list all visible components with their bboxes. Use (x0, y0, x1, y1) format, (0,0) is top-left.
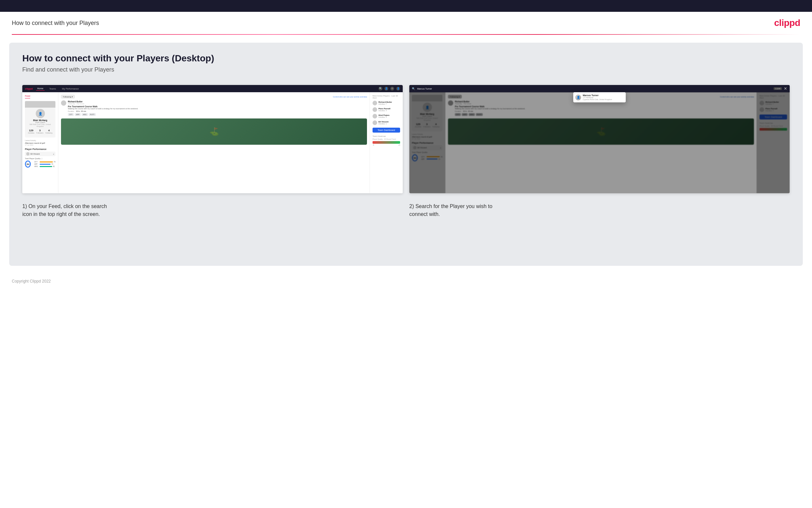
control-link[interactable]: Control who can see your activity and da… (333, 96, 367, 98)
heatmap-min: -5 (373, 144, 374, 146)
activity-card-content: Richard Butler Yesterday · The Grove Pre… (68, 100, 367, 116)
profile-avatar: 👤 (36, 109, 45, 118)
golf-image: ⛳ (61, 119, 367, 145)
active-player-info-2: Piers Parnell Activities: 4 (378, 108, 390, 112)
bar-ott-fill (40, 162, 53, 162)
app-right-col-1: Most Active Players - Last 30 days Richa… (370, 92, 403, 193)
tag-app: APP (75, 113, 81, 116)
heatmap-bar (373, 141, 400, 144)
tag-putt: PUTT (89, 113, 96, 116)
active-player-info-1: Richard Butler Activities: 7 (378, 101, 392, 105)
step-1-text: 1) On your Feed, click on the searchicon… (22, 203, 403, 218)
feed-tab[interactable]: Feed (25, 95, 30, 98)
descriptions-row: 1) On your Feed, click on the searchicon… (22, 203, 790, 218)
search-result-info: Marcus Turner 1.5 Handicap Cypress Point… (583, 94, 612, 100)
activity-card: Richard Butler Yesterday · The Grove Pre… (61, 100, 367, 116)
following-row: Following ▾ Control who can see your act… (61, 95, 367, 98)
search-result-item[interactable]: 👤 Marcus Turner 1.5 Handicap Cypress Poi… (575, 94, 624, 100)
activity-date-location: Yesterday · The Grove (68, 103, 367, 105)
description-1: 1) On your Feed, click on the searchicon… (22, 203, 403, 218)
top-bar (0, 0, 812, 12)
tag-arg: ARG (82, 113, 88, 116)
profile-club: Mill Ride Golf Club, United Kingdom (27, 123, 53, 127)
app-nav-icons: 🔍 👤 ⚙ 👤 (378, 87, 400, 91)
activity-person-name: Richard Butler (68, 100, 367, 103)
search-icon[interactable]: 🔍 (378, 87, 382, 91)
most-active-title: Most Active Players - Last 30 days (373, 95, 400, 99)
bar-arg: ARG 81 (34, 165, 55, 167)
player-mini-avatar (26, 152, 30, 156)
panel-1: clippd Home Teams My Performance 🔍 👤 ⚙ 👤 (22, 85, 403, 193)
avatar-icon[interactable]: 👤 (396, 87, 400, 91)
latest-activity: Latest Activity Afternoon round of golf … (25, 139, 55, 146)
panel-2: clippd Feed 🔍 👤 Blair McHarg Go (409, 85, 790, 193)
quality-circle: 84 (25, 161, 31, 168)
bar-app-fill (40, 164, 50, 165)
player-select[interactable]: Eli Vincent ▾ (25, 152, 55, 156)
profile-card: 👤 Blair McHarg Golf Coach Mill Ride Golf… (25, 101, 55, 137)
active-player-avatar-2 (373, 107, 377, 112)
bar-ott: OTT 79 (34, 161, 55, 163)
activity-description: Walking the course with my coach to buil… (68, 108, 367, 110)
duration-value: 02 hr : 00 min (76, 110, 86, 112)
header-divider (12, 34, 800, 35)
stat-activities: 129 Activities (28, 129, 35, 134)
app-screenshot-1: clippd Home Teams My Performance 🔍 👤 ⚙ 👤 (22, 85, 403, 193)
app-left-col-1: Feed 👤 Blair McHarg Golf Coach Mill Ride… (22, 92, 58, 193)
app-nav-performance: My Performance (61, 87, 80, 91)
chevron-down-icon: ▾ (53, 153, 54, 155)
quality-bars: OTT 79 APP 70 (34, 161, 55, 167)
app-screenshot-2: clippd Feed 🔍 👤 Blair McHarg Go (409, 85, 790, 193)
search-result-dropdown: 👤 Marcus Turner 1.5 Handicap Cypress Poi… (573, 92, 626, 102)
stat-followers: 3 Followers (36, 129, 43, 134)
search-query[interactable]: Marcus Turner (417, 88, 772, 90)
step-2-text: 2) Search for the Player you wish toconn… (409, 203, 790, 218)
app-nav-home: Home (36, 87, 45, 91)
activity-card-avatar (61, 100, 66, 106)
bar-arg-fill (40, 166, 52, 167)
team-dashboard-button[interactable]: Team Dashboard (373, 128, 400, 133)
stat-following: 4 Following (46, 129, 52, 134)
panels-row: clippd Home Teams My Performance 🔍 👤 ⚙ 👤 (22, 85, 790, 193)
app-logo-1: clippd (25, 87, 33, 90)
active-player-2: Piers Parnell Activities: 4 (373, 107, 400, 112)
following-button[interactable]: Following ▾ (61, 95, 75, 98)
person-icon[interactable]: 👤 (384, 87, 388, 91)
header: How to connect with your Players clippd (0, 12, 812, 34)
app-nav-teams: Teams (48, 87, 57, 91)
close-icon[interactable]: ✕ (784, 86, 787, 91)
clear-button[interactable]: CLEAR (774, 87, 782, 90)
copyright-text: Copyright Clippd 2022 (12, 279, 51, 284)
player-performance-title: Player Performance (25, 148, 55, 150)
profile-name: Blair McHarg (27, 119, 53, 121)
app-center-col-1: Following ▾ Control who can see your act… (58, 92, 370, 193)
search-result-club: Cypress Point Club, United Kingdom (583, 98, 612, 100)
active-player-info-3: Hiral Pujara Activities: 3 (378, 114, 389, 118)
app-nav-1: clippd Home Teams My Performance 🔍 👤 ⚙ 👤 (22, 85, 403, 92)
active-player-3: Hiral Pujara Activities: 3 (373, 114, 400, 119)
active-player-avatar-3 (373, 114, 377, 119)
profile-stats: 129 Activities 3 Followers 4 Following (27, 129, 53, 134)
activity-title: Pre Tournament Course Walk (68, 105, 367, 108)
search-result-avatar: 👤 (575, 94, 581, 100)
tag-ott: OTT (68, 113, 74, 116)
description-2: 2) Search for the Player you wish toconn… (409, 203, 790, 218)
active-player-avatar-4 (373, 120, 377, 125)
team-heatmap-subtitle: Player Quality · 20 Round Trend (373, 138, 400, 140)
search-bar-overlay: 🔍 Marcus Turner CLEAR ✕ (409, 85, 790, 92)
clippd-logo: clippd (774, 18, 800, 28)
search-icon-overlay: 🔍 (412, 87, 415, 90)
activity-meta: Duration 02 hr : 00 min (68, 110, 367, 112)
tag-row: OTT APP ARG PUTT (68, 113, 367, 116)
latest-activity-date: 27 Jul 2022 (25, 144, 55, 146)
heatmap-labels: -5 +5 (373, 144, 400, 146)
active-player-info-4: Eli Vincent Activities: 1 (378, 121, 389, 125)
settings-icon[interactable]: ⚙ (390, 87, 394, 91)
active-player-avatar-1 (373, 101, 377, 105)
app-body-1: Feed 👤 Blair McHarg Golf Coach Mill Ride… (22, 92, 403, 193)
info-icon: ⓘ (41, 158, 43, 160)
quality-display: 84 OTT 79 APP (25, 161, 55, 168)
total-quality-label: Total Player Quality ⓘ (25, 158, 55, 160)
bar-app: APP 70 (34, 163, 55, 165)
main-subtitle: Find and connect with your Players (22, 66, 790, 73)
